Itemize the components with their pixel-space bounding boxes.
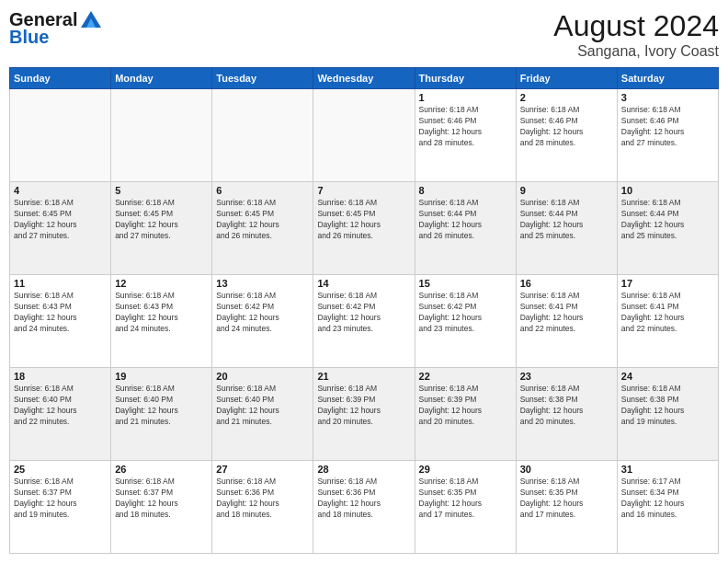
- day-number: 10: [621, 185, 714, 196]
- calendar-cell: 18Sunrise: 6:18 AM Sunset: 6:40 PM Dayli…: [10, 368, 111, 461]
- calendar-cell: 8Sunrise: 6:18 AM Sunset: 6:44 PM Daylig…: [415, 182, 516, 275]
- week-row-1: 1Sunrise: 6:18 AM Sunset: 6:46 PM Daylig…: [10, 89, 719, 182]
- day-info: Sunrise: 6:18 AM Sunset: 6:46 PM Dayligh…: [520, 105, 613, 149]
- calendar-cell: [10, 89, 111, 182]
- day-info: Sunrise: 6:18 AM Sunset: 6:35 PM Dayligh…: [419, 477, 512, 521]
- day-number: 1: [419, 92, 512, 103]
- day-number: 18: [14, 371, 107, 382]
- day-info: Sunrise: 6:18 AM Sunset: 6:40 PM Dayligh…: [14, 384, 107, 428]
- day-info: Sunrise: 6:18 AM Sunset: 6:41 PM Dayligh…: [621, 291, 714, 335]
- day-number: 7: [317, 185, 410, 196]
- day-number: 4: [14, 185, 107, 196]
- calendar-cell: 5Sunrise: 6:18 AM Sunset: 6:45 PM Daylig…: [111, 182, 212, 275]
- day-info: Sunrise: 6:18 AM Sunset: 6:46 PM Dayligh…: [419, 105, 512, 149]
- calendar-cell: [212, 89, 313, 182]
- calendar-cell: 11Sunrise: 6:18 AM Sunset: 6:43 PM Dayli…: [10, 275, 111, 368]
- calendar-cell: 25Sunrise: 6:18 AM Sunset: 6:37 PM Dayli…: [10, 461, 111, 554]
- day-number: 30: [520, 464, 613, 475]
- calendar-cell: 6Sunrise: 6:18 AM Sunset: 6:45 PM Daylig…: [212, 182, 313, 275]
- day-number: 26: [115, 464, 208, 475]
- calendar-cell: 26Sunrise: 6:18 AM Sunset: 6:37 PM Dayli…: [111, 461, 212, 554]
- day-info: Sunrise: 6:18 AM Sunset: 6:38 PM Dayligh…: [621, 384, 714, 428]
- day-number: 22: [419, 371, 512, 382]
- day-info: Sunrise: 6:18 AM Sunset: 6:44 PM Dayligh…: [621, 198, 714, 242]
- day-number: 9: [520, 185, 613, 196]
- day-info: Sunrise: 6:18 AM Sunset: 6:45 PM Dayligh…: [216, 198, 309, 242]
- week-row-3: 11Sunrise: 6:18 AM Sunset: 6:43 PM Dayli…: [10, 275, 719, 368]
- day-info: Sunrise: 6:18 AM Sunset: 6:35 PM Dayligh…: [520, 477, 613, 521]
- header-thursday: Thursday: [415, 68, 516, 89]
- day-number: 16: [520, 278, 613, 289]
- weekday-header-row: Sunday Monday Tuesday Wednesday Thursday…: [10, 68, 719, 89]
- calendar-cell: 31Sunrise: 6:17 AM Sunset: 6:34 PM Dayli…: [617, 461, 718, 554]
- day-info: Sunrise: 6:18 AM Sunset: 6:38 PM Dayligh…: [520, 384, 613, 428]
- calendar-cell: 12Sunrise: 6:18 AM Sunset: 6:43 PM Dayli…: [111, 275, 212, 368]
- day-info: Sunrise: 6:18 AM Sunset: 6:36 PM Dayligh…: [317, 477, 410, 521]
- day-number: 8: [419, 185, 512, 196]
- day-info: Sunrise: 6:18 AM Sunset: 6:43 PM Dayligh…: [14, 291, 107, 335]
- calendar-cell: 28Sunrise: 6:18 AM Sunset: 6:36 PM Dayli…: [313, 461, 415, 554]
- day-info: Sunrise: 6:18 AM Sunset: 6:41 PM Dayligh…: [520, 291, 613, 335]
- day-info: Sunrise: 6:18 AM Sunset: 6:42 PM Dayligh…: [419, 291, 512, 335]
- day-info: Sunrise: 6:18 AM Sunset: 6:44 PM Dayligh…: [419, 198, 512, 242]
- day-info: Sunrise: 6:18 AM Sunset: 6:45 PM Dayligh…: [115, 198, 208, 242]
- day-info: Sunrise: 6:18 AM Sunset: 6:42 PM Dayligh…: [216, 291, 309, 335]
- calendar-cell: 17Sunrise: 6:18 AM Sunset: 6:41 PM Dayli…: [617, 275, 718, 368]
- day-number: 5: [115, 185, 208, 196]
- day-number: 15: [419, 278, 512, 289]
- calendar-cell: 15Sunrise: 6:18 AM Sunset: 6:42 PM Dayli…: [415, 275, 516, 368]
- day-number: 17: [621, 278, 714, 289]
- calendar-cell: 21Sunrise: 6:18 AM Sunset: 6:39 PM Dayli…: [313, 368, 415, 461]
- day-number: 24: [621, 371, 714, 382]
- day-info: Sunrise: 6:18 AM Sunset: 6:46 PM Dayligh…: [621, 105, 714, 149]
- header-monday: Monday: [111, 68, 212, 89]
- calendar-cell: 4Sunrise: 6:18 AM Sunset: 6:45 PM Daylig…: [10, 182, 111, 275]
- calendar-cell: 14Sunrise: 6:18 AM Sunset: 6:42 PM Dayli…: [313, 275, 415, 368]
- day-info: Sunrise: 6:18 AM Sunset: 6:42 PM Dayligh…: [317, 291, 410, 335]
- location: Sangana, Ivory Coast: [553, 43, 719, 60]
- day-number: 6: [216, 185, 309, 196]
- logo: General Blue: [9, 9, 103, 48]
- calendar-cell: 27Sunrise: 6:18 AM Sunset: 6:36 PM Dayli…: [212, 461, 313, 554]
- logo-blue: Blue: [9, 27, 49, 48]
- day-info: Sunrise: 6:18 AM Sunset: 6:37 PM Dayligh…: [115, 477, 208, 521]
- day-info: Sunrise: 6:17 AM Sunset: 6:34 PM Dayligh…: [621, 477, 714, 521]
- day-info: Sunrise: 6:18 AM Sunset: 6:43 PM Dayligh…: [115, 291, 208, 335]
- calendar-cell: 13Sunrise: 6:18 AM Sunset: 6:42 PM Dayli…: [212, 275, 313, 368]
- day-number: 23: [520, 371, 613, 382]
- calendar-cell: 29Sunrise: 6:18 AM Sunset: 6:35 PM Dayli…: [415, 461, 516, 554]
- day-info: Sunrise: 6:18 AM Sunset: 6:39 PM Dayligh…: [419, 384, 512, 428]
- calendar-cell: 23Sunrise: 6:18 AM Sunset: 6:38 PM Dayli…: [516, 368, 617, 461]
- calendar-cell: 3Sunrise: 6:18 AM Sunset: 6:46 PM Daylig…: [617, 89, 718, 182]
- calendar-cell: 10Sunrise: 6:18 AM Sunset: 6:44 PM Dayli…: [617, 182, 718, 275]
- day-info: Sunrise: 6:18 AM Sunset: 6:44 PM Dayligh…: [520, 198, 613, 242]
- week-row-5: 25Sunrise: 6:18 AM Sunset: 6:37 PM Dayli…: [10, 461, 719, 554]
- day-number: 28: [317, 464, 410, 475]
- week-row-4: 18Sunrise: 6:18 AM Sunset: 6:40 PM Dayli…: [10, 368, 719, 461]
- calendar-cell: 22Sunrise: 6:18 AM Sunset: 6:39 PM Dayli…: [415, 368, 516, 461]
- day-number: 11: [14, 278, 107, 289]
- day-number: 20: [216, 371, 309, 382]
- header-wednesday: Wednesday: [313, 68, 415, 89]
- calendar-cell: 16Sunrise: 6:18 AM Sunset: 6:41 PM Dayli…: [516, 275, 617, 368]
- calendar-cell: 1Sunrise: 6:18 AM Sunset: 6:46 PM Daylig…: [415, 89, 516, 182]
- day-number: 31: [621, 464, 714, 475]
- calendar-cell: [111, 89, 212, 182]
- day-info: Sunrise: 6:18 AM Sunset: 6:45 PM Dayligh…: [14, 198, 107, 242]
- calendar-cell: 2Sunrise: 6:18 AM Sunset: 6:46 PM Daylig…: [516, 89, 617, 182]
- header-saturday: Saturday: [617, 68, 718, 89]
- calendar-cell: 30Sunrise: 6:18 AM Sunset: 6:35 PM Dayli…: [516, 461, 617, 554]
- day-number: 19: [115, 371, 208, 382]
- day-number: 12: [115, 278, 208, 289]
- day-number: 21: [317, 371, 410, 382]
- day-number: 3: [621, 92, 714, 103]
- week-row-2: 4Sunrise: 6:18 AM Sunset: 6:45 PM Daylig…: [10, 182, 719, 275]
- day-info: Sunrise: 6:18 AM Sunset: 6:40 PM Dayligh…: [115, 384, 208, 428]
- month-year: August 2024: [553, 9, 719, 43]
- day-number: 14: [317, 278, 410, 289]
- header: General Blue August 2024 Sangana, Ivory …: [9, 9, 719, 60]
- header-friday: Friday: [516, 68, 617, 89]
- calendar-cell: 7Sunrise: 6:18 AM Sunset: 6:45 PM Daylig…: [313, 182, 415, 275]
- calendar-cell: 19Sunrise: 6:18 AM Sunset: 6:40 PM Dayli…: [111, 368, 212, 461]
- day-number: 27: [216, 464, 309, 475]
